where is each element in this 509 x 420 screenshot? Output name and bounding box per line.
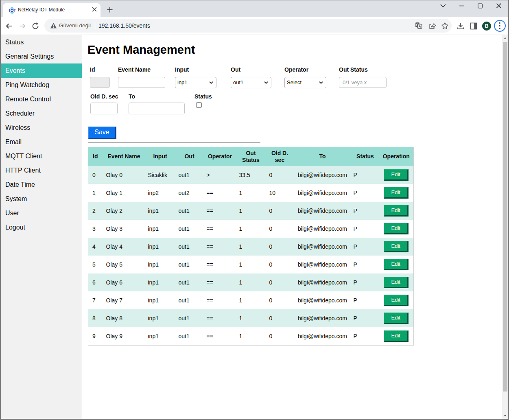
- svg-text:I: I: [9, 8, 10, 13]
- svg-text:T: T: [13, 8, 16, 13]
